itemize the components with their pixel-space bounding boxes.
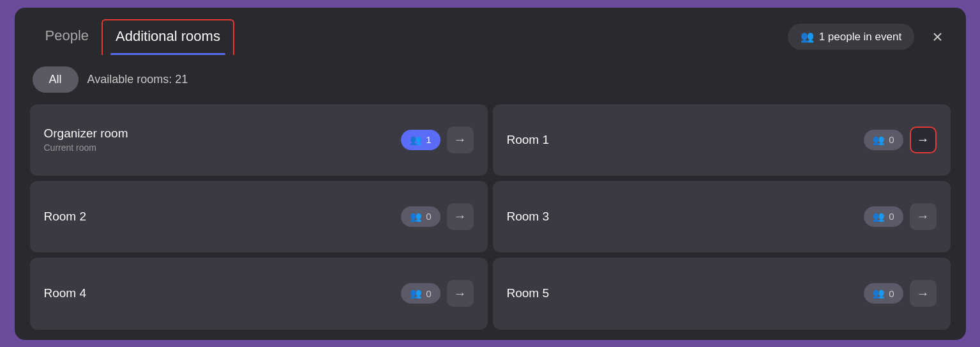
- close-button[interactable]: ×: [927, 26, 947, 49]
- people-count-icon: 👥: [873, 211, 885, 222]
- room-count: 0: [889, 211, 894, 222]
- room-count: 1: [426, 134, 431, 145]
- room-name: Room 3: [507, 210, 858, 224]
- room-card-room3: Room 3👥0→: [493, 181, 951, 252]
- room-count-badge: 👥0: [401, 206, 440, 227]
- header: People Additional rooms 👥 1 people in ev…: [15, 8, 966, 55]
- room-count: 0: [889, 134, 894, 145]
- enter-room-button[interactable]: →: [910, 203, 937, 230]
- people-event-icon: 👥: [801, 30, 814, 43]
- room-name: Room 5: [507, 286, 858, 300]
- tab-people[interactable]: People: [33, 20, 102, 54]
- enter-room-button[interactable]: →: [447, 280, 474, 307]
- enter-icon: →: [454, 286, 467, 301]
- room-card-room4: Room 4👥0→: [30, 258, 488, 329]
- room-count-badge: 👥0: [864, 283, 903, 304]
- people-count-icon: 👥: [873, 134, 885, 146]
- available-rooms-label: Available rooms: 21: [87, 73, 188, 86]
- room-subtitle: Current room: [44, 143, 395, 153]
- enter-icon: →: [917, 286, 930, 301]
- people-count-icon: 👥: [410, 211, 422, 222]
- room-count-badge: 👥0: [401, 283, 440, 304]
- room-count-badge: 👥1: [401, 130, 440, 150]
- people-count-icon: 👥: [410, 134, 422, 146]
- header-right: 👥 1 people in event ×: [788, 24, 948, 50]
- enter-icon: →: [917, 209, 930, 224]
- all-filter-button[interactable]: All: [33, 66, 79, 93]
- room-count-badge: 👥0: [864, 206, 903, 227]
- enter-icon: →: [917, 132, 930, 147]
- room-card-organizer: Organizer roomCurrent room👥1→: [30, 104, 488, 176]
- enter-room-button[interactable]: →: [447, 203, 474, 230]
- filter-row: All Available rooms: 21: [15, 55, 966, 99]
- room-count: 0: [426, 288, 431, 299]
- room-card-room5: Room 5👥0→: [493, 258, 951, 329]
- room-name: Organizer room: [44, 127, 395, 141]
- enter-icon: →: [454, 209, 467, 224]
- room-count: 0: [889, 288, 894, 299]
- tab-additional-rooms[interactable]: Additional rooms: [102, 19, 234, 55]
- room-card-room1: Room 1👥0→: [493, 104, 951, 176]
- enter-room-button[interactable]: →: [910, 280, 937, 307]
- enter-room-button[interactable]: →: [910, 127, 937, 153]
- room-name: Room 4: [44, 286, 395, 300]
- people-count-icon: 👥: [873, 288, 885, 299]
- enter-room-button[interactable]: →: [447, 127, 474, 153]
- main-panel: People Additional rooms 👥 1 people in ev…: [15, 8, 966, 340]
- people-count-icon: 👥: [410, 288, 422, 299]
- room-count: 0: [426, 211, 431, 222]
- room-count-badge: 👥0: [864, 130, 903, 150]
- people-event-button[interactable]: 👥 1 people in event: [788, 24, 915, 50]
- room-name: Room 1: [507, 133, 858, 147]
- room-name: Room 2: [44, 210, 395, 224]
- enter-icon: →: [454, 132, 467, 147]
- rooms-grid: Organizer roomCurrent room👥1→Room 1👥0→Ro…: [15, 99, 966, 340]
- room-card-room2: Room 2👥0→: [30, 181, 488, 252]
